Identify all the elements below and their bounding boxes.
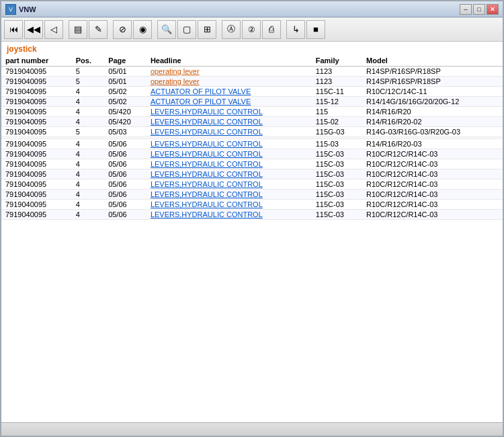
- cell-page: 05/06: [104, 139, 146, 149]
- cell-headline[interactable]: LEVERS,HYDRAULIC CONTROL: [146, 149, 312, 159]
- close-button[interactable]: ✕: [487, 4, 499, 15]
- sep1: [65, 20, 67, 39]
- cell-family: 115C-03: [312, 169, 362, 180]
- cell-pos: 4: [72, 190, 104, 200]
- grid-button[interactable]: ⊞: [198, 20, 216, 39]
- table-row: 7919040095405/06LEVERS,HYDRAULIC CONTROL…: [1, 169, 503, 180]
- cell-headline[interactable]: LEVERS,HYDRAULIC CONTROL: [146, 200, 312, 210]
- cell-model: R14/14G/16/16G/20/20G-12: [362, 97, 503, 107]
- table-row: 7919040095405/06LEVERS,HYDRAULIC CONTROL…: [1, 200, 503, 210]
- cell-family: 115C-03: [312, 190, 362, 200]
- cell-family: 115C-11: [312, 87, 362, 97]
- prev-prev-button[interactable]: ◀◀: [24, 20, 43, 39]
- cell-family: 1123: [312, 77, 362, 87]
- cell-headline[interactable]: ACTUATOR OF PILOT VALVE: [146, 97, 312, 107]
- cell-pos: 4: [72, 169, 104, 180]
- cell-page: 05/06: [104, 149, 146, 159]
- circle-2-button[interactable]: ②: [242, 20, 261, 39]
- cell-family: 1123: [312, 67, 362, 77]
- cell-headline[interactable]: LEVERS,HYDRAULIC CONTROL: [146, 190, 312, 200]
- maximize-button[interactable]: □: [473, 4, 485, 15]
- cell-part-number: 7919040095: [1, 67, 72, 77]
- cell-part-number: 7919040095: [1, 117, 72, 127]
- cell-headline[interactable]: LEVERS,HYDRAULIC CONTROL: [146, 127, 312, 137]
- prev-button[interactable]: ◁: [44, 20, 63, 39]
- cell-page: 05/01: [104, 77, 146, 87]
- cell-model: R14/R16/R20: [362, 107, 503, 117]
- cell-model: R10C/R12C/R14C-03: [362, 190, 503, 200]
- cell-family: 115-12: [312, 97, 362, 107]
- cell-pos: 4: [72, 159, 104, 169]
- cell-model: R10C/R12C/R14C-03: [362, 169, 503, 180]
- table-row: 7919040095405/06LEVERS,HYDRAULIC CONTROL…: [1, 190, 503, 200]
- table-row: 7919040095505/03LEVERS,HYDRAULIC CONTROL…: [1, 127, 503, 137]
- cell-pos: 4: [72, 87, 104, 97]
- col-page: Page: [104, 55, 146, 67]
- cell-model: R10C/R12C/R14C-03: [362, 210, 503, 220]
- cell-headline[interactable]: LEVERS,HYDRAULIC CONTROL: [146, 107, 312, 117]
- col-family: Family: [312, 55, 362, 67]
- cell-page: 05/02: [104, 97, 146, 107]
- cell-part-number: 7919040095: [1, 159, 72, 169]
- app-icon: V: [5, 4, 16, 15]
- window-title: VNW: [19, 5, 36, 13]
- cell-headline[interactable]: LEVERS,HYDRAULIC CONTROL: [146, 117, 312, 127]
- cell-part-number: 7919040095: [1, 87, 72, 97]
- col-part-number: part number: [1, 55, 72, 67]
- cell-page: 05/02: [104, 87, 146, 97]
- cell-page: 05/06: [104, 190, 146, 200]
- toolbar: ⏮ ◀◀ ◁ ▤ ✎ ⊘ ◉ 🔍 ▢ ⊞ Ⓐ ② ⎙ ↳ ■: [1, 17, 503, 42]
- first-button[interactable]: ⏮: [4, 20, 23, 39]
- cell-headline[interactable]: LEVERS,HYDRAULIC CONTROL: [146, 159, 312, 169]
- cell-model: R10C/R12C/R14C-03: [362, 159, 503, 169]
- stop-button[interactable]: ■: [306, 20, 325, 39]
- cell-pos: 5: [72, 127, 104, 137]
- edit-button[interactable]: ✎: [89, 20, 108, 39]
- cell-family: 115: [312, 107, 362, 117]
- box-button[interactable]: ▢: [177, 20, 196, 39]
- table-row: 7919040095405/420LEVERS,HYDRAULIC CONTRO…: [1, 117, 503, 127]
- print-button[interactable]: ⎙: [262, 20, 281, 39]
- no-button[interactable]: ⊘: [113, 20, 132, 39]
- minimize-button[interactable]: –: [460, 4, 472, 15]
- sep4: [218, 20, 220, 39]
- cell-headline[interactable]: operating lever: [146, 67, 312, 77]
- cell-headline[interactable]: LEVERS,HYDRAULIC CONTROL: [146, 169, 312, 180]
- cell-pos: 4: [72, 180, 104, 190]
- arrow-button[interactable]: ↳: [286, 20, 305, 39]
- circle-a-button[interactable]: Ⓐ: [222, 20, 241, 39]
- cell-part-number: 7919040095: [1, 77, 72, 87]
- cell-headline[interactable]: LEVERS,HYDRAULIC CONTROL: [146, 139, 312, 149]
- main-window: V VNW – □ ✕ ⏮ ◀◀ ◁ ▤ ✎ ⊘ ◉ 🔍 ▢ ⊞ Ⓐ ② ⎙ ↳…: [0, 0, 504, 437]
- cell-family: 115C-03: [312, 210, 362, 220]
- cell-family: 115-02: [312, 117, 362, 127]
- cell-pos: 4: [72, 97, 104, 107]
- list-button[interactable]: ▤: [69, 20, 87, 39]
- cell-part-number: 7919040095: [1, 97, 72, 107]
- zoom-button[interactable]: 🔍: [157, 20, 176, 39]
- globe-button[interactable]: ◉: [133, 20, 152, 39]
- table-row: 7919040095405/02ACTUATOR OF PILOT VALVE1…: [1, 97, 503, 107]
- cell-part-number: 7919040095: [1, 127, 72, 137]
- cell-model: R14SP/R16SP/R18SP: [362, 77, 503, 87]
- results-table: part number Pos. Page Headline Family Mo…: [1, 55, 503, 220]
- cell-part-number: 7919040095: [1, 210, 72, 220]
- table-row: 7919040095405/02ACTUATOR OF PILOT VALVE1…: [1, 87, 503, 97]
- cell-model: R14SP/R16SP/R18SP: [362, 67, 503, 77]
- table-row: 7919040095405/06LEVERS,HYDRAULIC CONTROL…: [1, 210, 503, 220]
- cell-pos: 4: [72, 107, 104, 117]
- cell-family: 115-03: [312, 139, 362, 149]
- cell-part-number: 7919040095: [1, 149, 72, 159]
- cell-family: 115C-03: [312, 200, 362, 210]
- cell-headline[interactable]: LEVERS,HYDRAULIC CONTROL: [146, 210, 312, 220]
- cell-part-number: 7919040095: [1, 180, 72, 190]
- cell-headline[interactable]: operating lever: [146, 77, 312, 87]
- cell-family: 115C-03: [312, 159, 362, 169]
- cell-part-number: 7919040095: [1, 139, 72, 149]
- cell-headline[interactable]: LEVERS,HYDRAULIC CONTROL: [146, 180, 312, 190]
- cell-model: R10C/R12C/R14C-03: [362, 180, 503, 190]
- sep5: [282, 20, 285, 39]
- sep3: [153, 20, 156, 39]
- table-row: 7919040095405/420LEVERS,HYDRAULIC CONTRO…: [1, 107, 503, 117]
- cell-headline[interactable]: ACTUATOR OF PILOT VALVE: [146, 87, 312, 97]
